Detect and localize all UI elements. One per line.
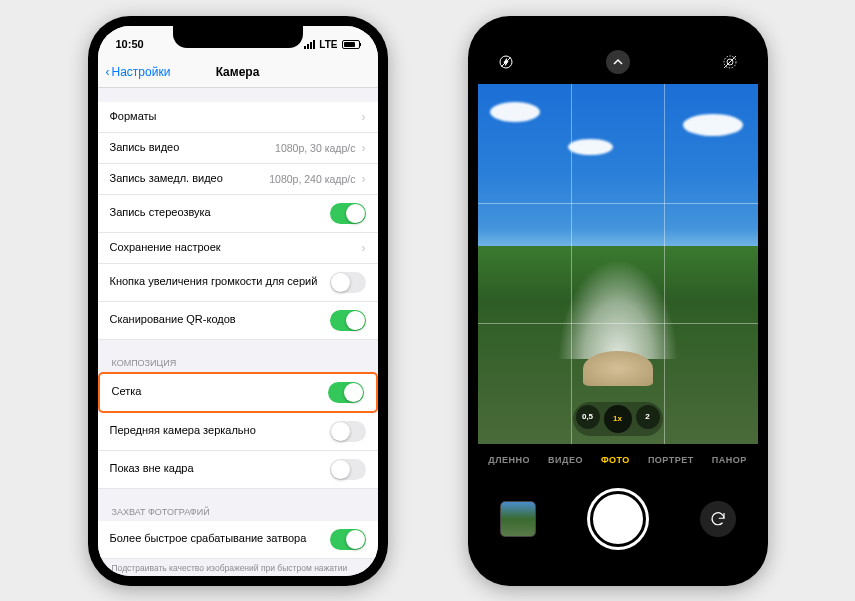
flip-camera-button[interactable] bbox=[700, 501, 736, 537]
chevron-left-icon: ‹ bbox=[106, 65, 110, 79]
toggle-switch[interactable] bbox=[328, 382, 364, 403]
notch bbox=[173, 26, 303, 48]
row-label: Запись видео bbox=[110, 141, 276, 154]
row-label: Передняя камера зеркально bbox=[110, 424, 330, 437]
live-photo-button[interactable] bbox=[718, 50, 742, 74]
grid-line bbox=[571, 84, 572, 444]
signal-icon bbox=[304, 40, 315, 49]
carrier-label: LTE bbox=[319, 39, 337, 50]
toggle-switch[interactable] bbox=[330, 272, 366, 293]
cloud bbox=[683, 114, 743, 136]
zoom-button[interactable]: 1x bbox=[604, 405, 632, 433]
group-header: ЗАХВАТ ФОТОГРАФИЙ bbox=[98, 503, 378, 521]
row-label: Более быстрое срабатывание затвора bbox=[110, 532, 330, 545]
cloud bbox=[490, 102, 540, 122]
grid-line bbox=[478, 203, 758, 204]
settings-row[interactable]: Показ вне кадра bbox=[98, 451, 378, 489]
flash-button[interactable] bbox=[494, 50, 518, 74]
fountain-base bbox=[583, 351, 653, 386]
back-button[interactable]: ‹ Настройки bbox=[106, 65, 171, 79]
battery-icon bbox=[342, 40, 360, 49]
settings-row[interactable]: Запись видео1080p, 30 кадр/с› bbox=[98, 133, 378, 164]
zoom-controls: 0,51x2 bbox=[573, 402, 663, 436]
row-label: Сканирование QR-кодов bbox=[110, 313, 330, 326]
settings-row[interactable]: Сетка bbox=[98, 372, 378, 413]
camera-mode[interactable]: ФОТО bbox=[601, 455, 630, 465]
row-label: Запись замедл. видео bbox=[110, 172, 270, 185]
camera-mode[interactable]: ВИДЕО bbox=[548, 455, 583, 465]
viewfinder[interactable]: 0,51x2 bbox=[478, 84, 758, 444]
zoom-button[interactable]: 0,5 bbox=[576, 405, 600, 429]
settings-row[interactable]: Сканирование QR-кодов bbox=[98, 302, 378, 340]
phone-camera: 0,51x2 ДЛЕННОВИДЕОФОТОПОРТРЕТПАНОР bbox=[468, 16, 768, 586]
svg-line-4 bbox=[724, 56, 736, 68]
back-label: Настройки bbox=[112, 65, 171, 79]
row-label: Сохранение настроек bbox=[110, 241, 356, 254]
settings-row[interactable]: Сохранение настроек› bbox=[98, 233, 378, 264]
chevron-right-icon: › bbox=[362, 141, 366, 155]
grid-line bbox=[478, 323, 758, 324]
status-time: 10:50 bbox=[116, 38, 144, 50]
camera-mode[interactable]: ПОРТРЕТ bbox=[648, 455, 694, 465]
toggle-switch[interactable] bbox=[330, 203, 366, 224]
cloud bbox=[568, 139, 613, 155]
toggle-switch[interactable] bbox=[330, 459, 366, 480]
row-label: Кнопка увеличения громкости для серий bbox=[110, 275, 330, 288]
row-label: Форматы bbox=[110, 110, 356, 123]
row-label: Запись стереозвука bbox=[110, 206, 330, 219]
chevron-right-icon: › bbox=[362, 241, 366, 255]
notch bbox=[553, 26, 683, 48]
settings-row[interactable]: Запись замедл. видео1080p, 240 кадр/с› bbox=[98, 164, 378, 195]
grid-line bbox=[664, 84, 665, 444]
row-value: 1080p, 30 кадр/с bbox=[275, 142, 355, 154]
toggle-switch[interactable] bbox=[330, 310, 366, 331]
settings-row[interactable]: Более быстрое срабатывание затвора bbox=[98, 521, 378, 559]
row-label: Показ вне кадра bbox=[110, 462, 330, 475]
settings-content[interactable]: Форматы›Запись видео1080p, 30 кадр/с›Зап… bbox=[98, 88, 378, 576]
svg-line-1 bbox=[501, 57, 510, 66]
page-title: Камера bbox=[216, 65, 260, 79]
toggle-switch[interactable] bbox=[330, 421, 366, 442]
camera-mode[interactable]: ДЛЕННО bbox=[488, 455, 530, 465]
settings-row[interactable]: Передняя камера зеркально bbox=[98, 413, 378, 451]
chevron-right-icon: › bbox=[362, 110, 366, 124]
chevron-up-button[interactable] bbox=[606, 50, 630, 74]
settings-group-composition: КОМПОЗИЦИЯ СеткаПередняя камера зеркальн… bbox=[98, 354, 378, 489]
group-header: КОМПОЗИЦИЯ bbox=[98, 354, 378, 372]
camera-mode[interactable]: ПАНОР bbox=[712, 455, 747, 465]
last-photo-thumbnail[interactable] bbox=[500, 501, 536, 537]
zoom-button[interactable]: 2 bbox=[636, 405, 660, 429]
fountain bbox=[558, 259, 678, 359]
row-label: Сетка bbox=[112, 385, 328, 398]
settings-group-1: Форматы›Запись видео1080p, 30 кадр/с›Зап… bbox=[98, 102, 378, 340]
shutter-button[interactable] bbox=[590, 491, 646, 547]
group-footer: Подстраивать качество изображений при бы… bbox=[98, 559, 378, 576]
chevron-right-icon: › bbox=[362, 172, 366, 186]
mode-selector[interactable]: ДЛЕННОВИДЕОФОТОПОРТРЕТПАНОР bbox=[478, 444, 758, 476]
settings-row[interactable]: Кнопка увеличения громкости для серий bbox=[98, 264, 378, 302]
nav-bar: ‹ Настройки Камера bbox=[98, 58, 378, 88]
settings-row[interactable]: Запись стереозвука bbox=[98, 195, 378, 233]
row-value: 1080p, 240 кадр/с bbox=[269, 173, 355, 185]
phone-settings: 10:50 LTE ‹ Настройки Камера Форматы›Зап… bbox=[88, 16, 388, 586]
settings-group-capture: ЗАХВАТ ФОТОГРАФИЙ Более быстрое срабатыв… bbox=[98, 503, 378, 576]
camera-controls bbox=[478, 476, 758, 562]
settings-row[interactable]: Форматы› bbox=[98, 102, 378, 133]
toggle-switch[interactable] bbox=[330, 529, 366, 550]
